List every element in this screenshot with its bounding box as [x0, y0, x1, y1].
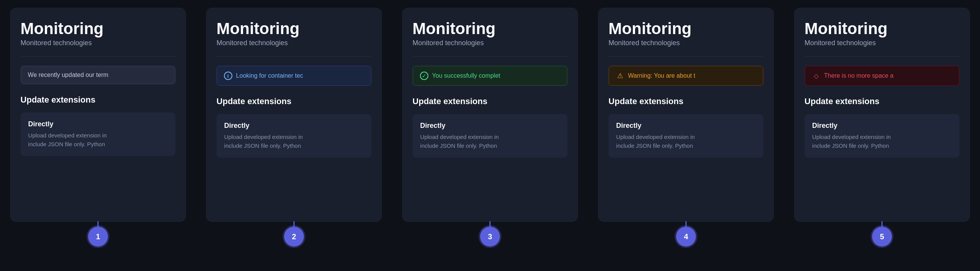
card-title-2: Monitoring: [217, 20, 372, 38]
section-title-1: Update extensions: [21, 95, 176, 105]
sub-section-title-2: Directly: [224, 122, 364, 130]
card-2: Monitoring Monitored technologies i Look…: [206, 8, 382, 222]
divider-1: [21, 56, 176, 57]
sub-section-title-1: Directly: [28, 120, 168, 128]
card-1: Monitoring Monitored technologies We rec…: [10, 8, 186, 222]
card-subtitle-4: Monitored technologies: [609, 39, 764, 47]
danger-icon: ◇: [812, 72, 820, 80]
alert-text-2: Looking for container tec: [236, 72, 303, 79]
section-title-5: Update extensions: [805, 96, 960, 106]
alert-text-3: You successfully complet: [432, 72, 500, 79]
alert-box-5: ◇ There is no more space a: [805, 66, 960, 86]
card-title-4: Monitoring: [609, 20, 764, 38]
divider-3: [413, 56, 568, 57]
sub-section-title-3: Directly: [420, 122, 560, 130]
warning-icon: ⚠: [616, 72, 624, 80]
card-subtitle-2: Monitored technologies: [217, 39, 372, 47]
divider-2: [217, 56, 372, 57]
sub-section-title-4: Directly: [616, 122, 756, 130]
card-wrapper-4: Monitoring Monitored technologies ⚠ Warn…: [588, 8, 784, 247]
alert-text-1: We recently updated our term: [28, 72, 108, 78]
sub-section-text2-4: include JSON file only. Python: [616, 142, 756, 150]
card-title-5: Monitoring: [805, 20, 960, 38]
section-title-3: Update extensions: [413, 96, 568, 106]
step-indicator-2: 2: [284, 227, 304, 247]
sub-section-text2-5: include JSON file only. Python: [812, 142, 952, 150]
sub-section-4: Directly Upload developed extension in i…: [609, 114, 764, 158]
card-3: Monitoring Monitored technologies ✓ You …: [402, 8, 578, 222]
card-4: Monitoring Monitored technologies ⚠ Warn…: [598, 8, 774, 222]
card-wrapper-5: Monitoring Monitored technologies ◇ Ther…: [784, 8, 980, 247]
sub-section-text-1: Upload developed extension in: [28, 131, 168, 140]
sub-section-text-2: Upload developed extension in: [224, 133, 364, 142]
step-indicator-3: 3: [480, 227, 500, 247]
section-title-4: Update extensions: [609, 96, 764, 106]
alert-box-2: i Looking for container tec: [217, 66, 372, 86]
card-wrapper-1: Monitoring Monitored technologies We rec…: [0, 8, 196, 247]
success-icon: ✓: [420, 72, 428, 80]
sub-section-2: Directly Upload developed extension in i…: [217, 114, 372, 158]
sub-section-5: Directly Upload developed extension in i…: [805, 114, 960, 158]
alert-text-4: Warning: You are about t: [628, 72, 696, 79]
info-icon: i: [224, 72, 232, 80]
step-indicator-5: 5: [872, 227, 892, 247]
sub-section-text2-2: include JSON file only. Python: [224, 142, 364, 150]
sub-section-title-5: Directly: [812, 122, 952, 130]
sub-section-text-5: Upload developed extension in: [812, 133, 952, 142]
step-indicator-1: 1: [88, 227, 108, 247]
sub-section-text2-1: include JSON file only. Python: [28, 140, 168, 149]
sub-section-text2-3: include JSON file only. Python: [420, 142, 560, 150]
card-subtitle-5: Monitored technologies: [805, 39, 960, 47]
divider-5: [805, 56, 960, 57]
alert-box-1: We recently updated our term: [21, 66, 176, 84]
card-5: Monitoring Monitored technologies ◇ Ther…: [794, 8, 970, 222]
card-wrapper-2: Monitoring Monitored technologies i Look…: [196, 8, 392, 247]
alert-box-3: ✓ You successfully complet: [413, 66, 568, 86]
sub-section-text-3: Upload developed extension in: [420, 133, 560, 142]
sub-section-1: Directly Upload developed extension in i…: [21, 113, 176, 156]
card-subtitle-1: Monitored technologies: [21, 39, 176, 47]
alert-text-5: There is no more space a: [824, 72, 893, 79]
card-title-1: Monitoring: [21, 20, 176, 38]
card-wrapper-3: Monitoring Monitored technologies ✓ You …: [392, 8, 588, 247]
card-title-3: Monitoring: [413, 20, 568, 38]
section-title-2: Update extensions: [217, 96, 372, 106]
card-subtitle-3: Monitored technologies: [413, 39, 568, 47]
sub-section-text-4: Upload developed extension in: [616, 133, 756, 142]
divider-4: [609, 56, 764, 57]
cards-container: Monitoring Monitored technologies We rec…: [0, 0, 980, 271]
alert-box-4: ⚠ Warning: You are about t: [609, 66, 764, 86]
step-indicator-4: 4: [676, 227, 696, 247]
sub-section-3: Directly Upload developed extension in i…: [413, 114, 568, 158]
